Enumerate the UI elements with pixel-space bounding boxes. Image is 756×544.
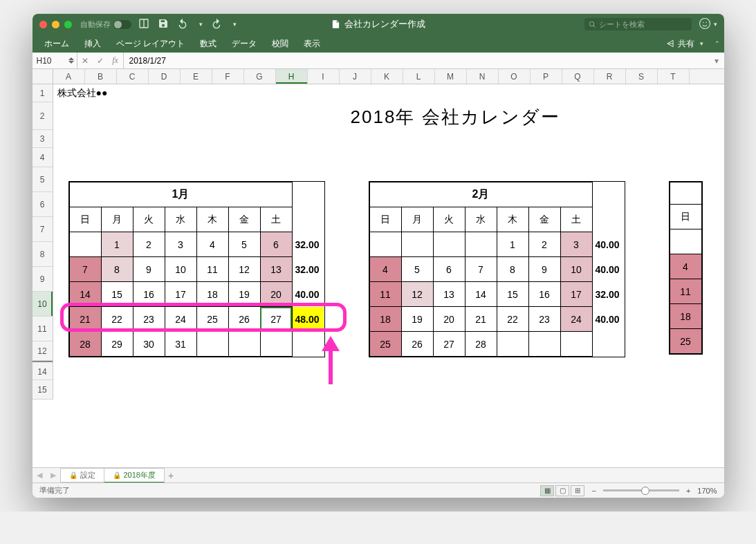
undo-icon[interactable] (177, 18, 188, 30)
cell[interactable]: 25 (369, 332, 401, 357)
cell[interactable]: 23 (528, 307, 560, 332)
cell[interactable]: 30 (133, 332, 165, 357)
cell[interactable]: 13 (260, 257, 292, 282)
row-7[interactable]: 7 (33, 217, 53, 242)
next-sheet-button[interactable]: ▶ (46, 471, 60, 480)
cell[interactable]: 1 (497, 232, 528, 257)
tab-view[interactable]: 表示 (296, 35, 328, 53)
ribbon-collapse-icon[interactable]: ⌃ (714, 40, 720, 47)
col-S[interactable]: S (626, 69, 658, 84)
col-B[interactable]: B (85, 69, 117, 84)
cell[interactable]: 土 (260, 207, 292, 232)
col-O[interactable]: O (499, 69, 531, 84)
col-J[interactable]: J (340, 69, 371, 84)
cell[interactable]: 日 (670, 205, 701, 229)
col-G[interactable]: G (244, 69, 276, 84)
col-H[interactable]: H (276, 69, 308, 84)
calendar-title-cell[interactable]: 2018年 会社カレンダー (351, 105, 560, 129)
cell[interactable]: 8 (497, 257, 528, 282)
cell[interactable]: 28 (465, 332, 497, 357)
cell[interactable]: 2 (133, 232, 165, 257)
cell[interactable]: 15 (497, 282, 528, 307)
tab-review[interactable]: 校閲 (264, 35, 296, 53)
cell[interactable] (69, 232, 101, 257)
name-box[interactable]: H10 (33, 53, 77, 68)
row-14[interactable]: 14 (33, 361, 53, 380)
cell[interactable] (369, 232, 401, 257)
cell[interactable]: 9 (528, 257, 560, 282)
cell[interactable]: 20 (433, 307, 465, 332)
row-4[interactable]: 4 (33, 148, 53, 167)
cell[interactable]: 火 (133, 207, 165, 232)
cell[interactable]: 22 (497, 307, 528, 332)
cell[interactable]: 20 (260, 282, 292, 307)
select-all-triangle[interactable] (33, 69, 53, 84)
zoom-slider[interactable] (603, 489, 679, 491)
page-break-view-button[interactable]: ⊞ (571, 485, 584, 496)
cell[interactable]: 3 (560, 232, 592, 257)
row-10[interactable]: 10 (33, 292, 53, 317)
row-5[interactable]: 5 (33, 167, 53, 192)
col-T[interactable]: T (658, 69, 690, 84)
cell[interactable]: 14 (69, 282, 101, 307)
cell[interactable]: 31 (165, 332, 196, 357)
week-total[interactable]: 32.00 (292, 257, 324, 282)
cell[interactable]: 16 (133, 282, 165, 307)
col-E[interactable]: E (181, 69, 212, 84)
cell[interactable]: 17 (165, 282, 196, 307)
col-K[interactable]: K (371, 69, 403, 84)
cell[interactable] (497, 332, 528, 357)
autosave-switch-off[interactable] (113, 20, 131, 29)
tab-page-layout[interactable]: ページ レイアウト (109, 35, 192, 53)
row-11[interactable]: 11 (33, 317, 53, 341)
cell[interactable]: 月 (401, 207, 433, 232)
cell[interactable] (228, 332, 260, 357)
cell[interactable]: 19 (401, 307, 433, 332)
col-D[interactable]: D (149, 69, 181, 84)
prev-sheet-button[interactable]: ◀ (33, 471, 46, 480)
cell[interactable]: 24 (560, 307, 592, 332)
cell[interactable]: 火 (433, 207, 465, 232)
cell[interactable]: 9 (133, 257, 165, 282)
cell[interactable]: 29 (101, 332, 133, 357)
close-window-button[interactable] (39, 21, 47, 28)
cell[interactable]: 14 (465, 282, 497, 307)
formula-expand-icon[interactable]: ▾ (709, 56, 724, 66)
row-9[interactable]: 9 (33, 267, 53, 292)
cell[interactable]: 12 (401, 282, 433, 307)
cell[interactable]: 6 (260, 232, 292, 257)
cell[interactable]: 11 (369, 282, 401, 307)
cell[interactable]: 26 (401, 332, 433, 357)
cell[interactable] (560, 332, 592, 357)
cell[interactable]: 木 (497, 207, 528, 232)
cell[interactable]: 7 (465, 257, 497, 282)
cell[interactable]: 10 (560, 257, 592, 282)
zoom-percent[interactable]: 170% (697, 487, 717, 495)
week-total[interactable]: 40.00 (592, 232, 624, 257)
autosave-toggle[interactable]: 自動保存 (80, 19, 131, 30)
week-total[interactable] (592, 332, 624, 357)
week-total[interactable]: 40.00 (592, 307, 624, 332)
row-6[interactable]: 6 (33, 192, 53, 217)
week-total[interactable]: 32.00 (592, 282, 624, 307)
cell[interactable] (528, 332, 560, 357)
share-button[interactable]: 共有 ▾ (660, 35, 709, 53)
cell[interactable]: 26 (228, 307, 260, 332)
cell[interactable] (260, 332, 292, 357)
week-total[interactable]: 32.00 (292, 232, 324, 257)
zoom-window-button[interactable] (64, 21, 72, 28)
formula-input[interactable] (124, 53, 709, 68)
cell[interactable]: 土 (560, 207, 592, 232)
tab-data[interactable]: データ (224, 35, 264, 53)
cell[interactable]: 11 (196, 257, 228, 282)
workbook-icon[interactable] (138, 18, 149, 30)
col-P[interactable]: P (531, 69, 562, 84)
row-8[interactable]: 8 (33, 242, 53, 267)
cell[interactable]: 13 (433, 282, 465, 307)
cell[interactable]: 水 (465, 207, 497, 232)
cell[interactable] (401, 232, 433, 257)
row-3[interactable]: 3 (33, 130, 53, 148)
cell[interactable]: 日 (369, 207, 401, 232)
row-15[interactable]: 15 (33, 380, 53, 400)
row-1[interactable]: 1 (33, 84, 53, 102)
